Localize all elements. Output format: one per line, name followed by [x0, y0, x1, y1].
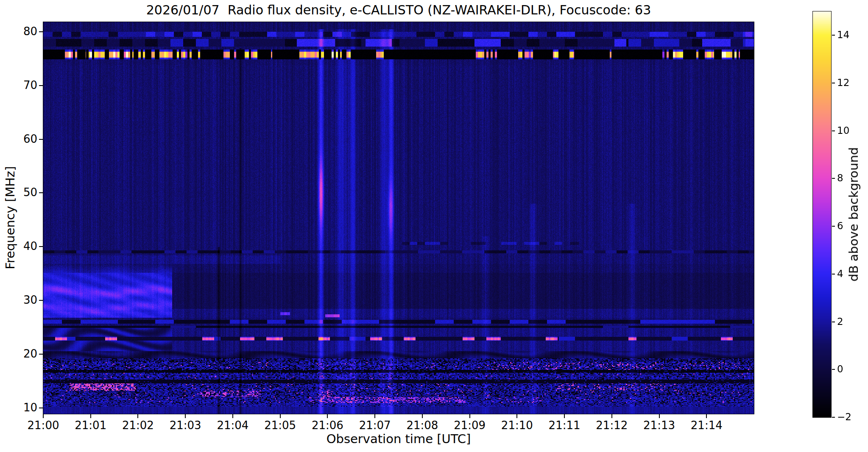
colorbar-tick-label: 14: [837, 29, 849, 40]
x-tick: [327, 414, 328, 418]
colorbar-tick: [832, 35, 835, 36]
x-tick-label: 21:11: [549, 419, 581, 432]
x-tick-label: 21:00: [28, 419, 59, 432]
x-tick: [469, 414, 470, 418]
y-tick: [39, 192, 43, 193]
x-tick: [232, 414, 233, 418]
x-tick: [706, 414, 707, 418]
colorbar-tick-label: 12: [837, 77, 849, 88]
spectrogram-figure: 2026/01/07 Radio flux density, e-CALLIST…: [0, 0, 868, 452]
x-tick-label: 21:05: [264, 419, 296, 432]
x-tick-label: 21:02: [122, 419, 154, 432]
colorbar-tick-label: 6: [837, 220, 843, 231]
x-tick-label: 21:09: [454, 419, 486, 432]
x-tick-label: 21:06: [312, 419, 343, 432]
x-tick: [374, 414, 375, 418]
spectrogram-canvas: [43, 22, 754, 414]
colorbar-tick-label: 0: [837, 363, 843, 374]
x-tick: [280, 414, 281, 418]
y-axis-label: Frequency [MHz]: [3, 166, 17, 269]
x-tick-label: 21:10: [501, 419, 533, 432]
x-tick-label: 21:08: [406, 419, 438, 432]
colorbar-tick-label: 4: [837, 268, 843, 279]
x-tick: [564, 414, 565, 418]
x-axis-label: Observation time [UTC]: [327, 432, 471, 446]
colorbar-tick: [832, 322, 835, 322]
x-tick: [185, 414, 186, 418]
colorbar-tick-label: 2: [837, 316, 843, 327]
colorbar-tick: [832, 417, 835, 418]
y-tick-label: 60: [0, 133, 37, 145]
colorbar-tick: [832, 369, 835, 370]
y-tick: [39, 139, 43, 140]
y-tick: [39, 408, 43, 408]
y-tick: [39, 246, 43, 247]
x-tick-label: 21:07: [359, 419, 391, 432]
x-tick: [90, 414, 91, 418]
colorbar-tick: [832, 226, 835, 227]
colorbar-tick-label: 10: [837, 125, 849, 136]
x-tick: [43, 414, 44, 418]
x-tick-label: 21:04: [217, 419, 248, 432]
colorbar-tick: [832, 130, 835, 131]
x-tick: [137, 414, 138, 418]
y-tick-label: 20: [0, 347, 37, 360]
y-tick: [39, 31, 43, 32]
y-tick: [39, 85, 43, 86]
colorbar-gradient-canvas: [813, 11, 831, 417]
colorbar-tick: [832, 83, 835, 83]
plot-title: 2026/01/07 Radio flux density, e-CALLIST…: [146, 3, 651, 17]
colorbar-tick-label: 8: [837, 172, 843, 183]
x-tick: [611, 414, 612, 418]
y-tick: [39, 354, 43, 355]
x-tick: [516, 414, 517, 418]
y-tick-label: 10: [0, 401, 37, 414]
colorbar-tick-label: −2: [837, 411, 851, 422]
x-tick-label: 21:12: [596, 419, 628, 432]
x-tick-label: 21:03: [170, 419, 201, 432]
y-tick-label: 30: [0, 294, 37, 306]
y-tick-label: 70: [0, 79, 37, 92]
colorbar-tick: [832, 274, 835, 275]
y-tick: [39, 300, 43, 301]
x-tick-label: 21:13: [643, 419, 675, 432]
colorbar-label: dB above background: [846, 147, 861, 281]
x-tick: [659, 414, 660, 418]
colorbar-tick: [832, 178, 835, 179]
x-tick-label: 21:14: [691, 419, 723, 432]
x-tick: [422, 414, 423, 418]
x-tick-label: 21:01: [75, 419, 106, 432]
y-tick-label: 80: [0, 25, 37, 38]
